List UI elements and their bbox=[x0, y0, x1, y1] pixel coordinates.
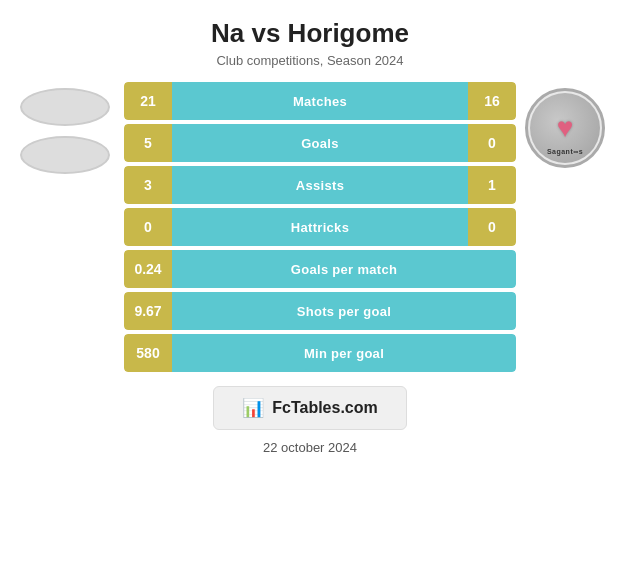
stats-table: 21Matches165Goals03Assists10Hattricks00.… bbox=[124, 82, 516, 372]
logo-heart-icon: ♥ bbox=[557, 112, 574, 144]
stat-row-matches: 21Matches16 bbox=[124, 82, 516, 120]
fctables-text: FcTables.com bbox=[272, 399, 378, 417]
stat-row-goals-per-match: 0.24Goals per match bbox=[124, 250, 516, 288]
stat-label-goals: Goals bbox=[172, 124, 468, 162]
stat-left-val-goals: 5 bbox=[124, 124, 172, 162]
stat-right-val-goals: 0 bbox=[468, 124, 516, 162]
stat-row-hattricks: 0Hattricks0 bbox=[124, 208, 516, 246]
left-team-avatar-2 bbox=[20, 136, 110, 174]
stat-left-val-goals-per-match: 0.24 bbox=[124, 250, 172, 288]
logo-team-name: Sagant∞s bbox=[547, 148, 583, 155]
stat-label-goals-per-match: Goals per match bbox=[172, 250, 516, 288]
stat-row-assists: 3Assists1 bbox=[124, 166, 516, 204]
stat-left-val-assists: 3 bbox=[124, 166, 172, 204]
left-team-avatars bbox=[10, 88, 120, 174]
stat-label-min-per-goal: Min per goal bbox=[172, 334, 516, 372]
right-team-logo: ♥ Sagant∞s bbox=[520, 88, 610, 168]
fctables-banner: 📊 FcTables.com bbox=[213, 386, 407, 430]
stat-row-min-per-goal: 580Min per goal bbox=[124, 334, 516, 372]
stat-left-val-shots-per-goal: 9.67 bbox=[124, 292, 172, 330]
fctables-icon: 📊 bbox=[242, 397, 264, 419]
stat-row-goals: 5Goals0 bbox=[124, 124, 516, 162]
page-title: Na vs Horigome bbox=[211, 18, 409, 49]
main-content: 21Matches165Goals03Assists10Hattricks00.… bbox=[0, 82, 620, 372]
page-header: Na vs Horigome Club competitions, Season… bbox=[201, 0, 419, 74]
stat-left-val-min-per-goal: 580 bbox=[124, 334, 172, 372]
stat-right-val-matches: 16 bbox=[468, 82, 516, 120]
stat-label-hattricks: Hattricks bbox=[172, 208, 468, 246]
page-subtitle: Club competitions, Season 2024 bbox=[211, 53, 409, 68]
stat-right-val-hattricks: 0 bbox=[468, 208, 516, 246]
stat-row-shots-per-goal: 9.67Shots per goal bbox=[124, 292, 516, 330]
stat-label-shots-per-goal: Shots per goal bbox=[172, 292, 516, 330]
stat-left-val-matches: 21 bbox=[124, 82, 172, 120]
stat-left-val-hattricks: 0 bbox=[124, 208, 172, 246]
stat-label-assists: Assists bbox=[172, 166, 468, 204]
left-team-avatar-1 bbox=[20, 88, 110, 126]
stat-right-val-assists: 1 bbox=[468, 166, 516, 204]
logo-circle: ♥ Sagant∞s bbox=[525, 88, 605, 168]
logo-inner: ♥ Sagant∞s bbox=[530, 93, 600, 163]
stat-label-matches: Matches bbox=[172, 82, 468, 120]
date-footer: 22 october 2024 bbox=[263, 440, 357, 455]
